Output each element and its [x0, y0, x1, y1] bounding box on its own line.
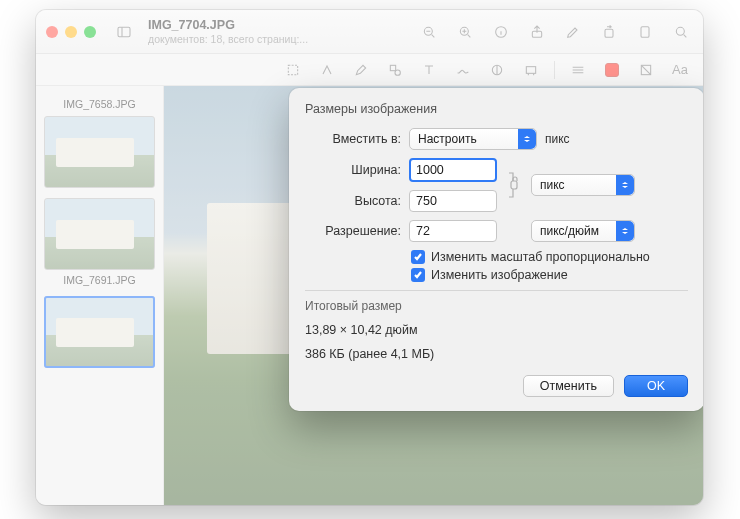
- scale-proportionally-checkbox[interactable]: [411, 250, 425, 264]
- share-button[interactable]: [525, 20, 549, 44]
- thumbnail-item[interactable]: IMG_7658.JPG: [44, 98, 155, 188]
- scale-proportionally-label: Изменить масштаб пропорционально: [431, 250, 650, 264]
- svg-rect-14: [511, 181, 517, 189]
- height-input[interactable]: [409, 190, 497, 212]
- window-controls: [46, 26, 96, 38]
- shapes-icon[interactable]: [384, 59, 406, 81]
- titlebar: IMG_7704.JPG документов: 18, всего стран…: [36, 10, 703, 54]
- selection-tool-icon[interactable]: [282, 59, 304, 81]
- width-input[interactable]: [409, 158, 497, 182]
- resample-label: Изменить изображение: [431, 268, 568, 282]
- resolution-unit-value: пикс/дюйм: [540, 224, 599, 238]
- svg-point-7: [676, 27, 684, 35]
- text-icon[interactable]: [418, 59, 440, 81]
- svg-rect-5: [605, 29, 613, 37]
- instant-alpha-icon[interactable]: [316, 59, 338, 81]
- adjust-color-icon[interactable]: [486, 59, 508, 81]
- sidebar-toggle-button[interactable]: [112, 20, 136, 44]
- rotate-button[interactable]: [597, 20, 621, 44]
- image-size-dialog: Размеры изображения Вместить в: Настроит…: [289, 88, 703, 411]
- svg-rect-8: [288, 65, 297, 74]
- line-style-icon[interactable]: [567, 59, 589, 81]
- window-title: IMG_7704.JPG документов: 18, всего стран…: [148, 18, 308, 44]
- svg-rect-6: [641, 26, 649, 37]
- result-dimensions: 13,89 × 10,42 дюйм: [305, 323, 688, 337]
- resolution-label: Разрешение:: [305, 224, 401, 238]
- cancel-button[interactable]: Отменить: [523, 375, 614, 397]
- chevron-updown-icon: [616, 175, 634, 195]
- markup-toolbar: Aa: [36, 54, 703, 86]
- zoom-in-button[interactable]: [453, 20, 477, 44]
- svg-rect-12: [526, 66, 535, 73]
- result-filesize: 386 КБ (ранее 4,1 МБ): [305, 347, 688, 361]
- ok-button[interactable]: OK: [624, 375, 688, 397]
- markup-button[interactable]: [561, 20, 585, 44]
- crop-button[interactable]: [633, 20, 657, 44]
- thumbnail-label: IMG_7691.JPG: [44, 274, 155, 286]
- width-label: Ширина:: [305, 163, 401, 177]
- search-button[interactable]: [669, 20, 693, 44]
- subtitle-label: документов: 18, всего страниц:...: [148, 33, 308, 45]
- zoom-window-button[interactable]: [84, 26, 96, 38]
- dimension-unit-value: пикс: [540, 178, 565, 192]
- thumbnail-item[interactable]: IMG_7691.JPG: [44, 198, 155, 286]
- info-button[interactable]: [489, 20, 513, 44]
- minimize-window-button[interactable]: [65, 26, 77, 38]
- resample-checkbox[interactable]: [411, 268, 425, 282]
- fit-unit: пикс: [545, 132, 570, 146]
- resolution-unit-select[interactable]: пикс/дюйм: [531, 220, 635, 242]
- filename-label: IMG_7704.JPG: [148, 18, 308, 32]
- chevron-updown-icon: [616, 221, 634, 241]
- border-color-icon[interactable]: [601, 59, 623, 81]
- height-label: Высота:: [305, 194, 401, 208]
- pencil-icon[interactable]: [350, 59, 372, 81]
- dimension-unit-select[interactable]: пикс: [531, 174, 635, 196]
- lock-aspect-icon[interactable]: [507, 171, 521, 199]
- svg-rect-0: [118, 27, 130, 36]
- thumbnail-sidebar[interactable]: IMG_7658.JPG IMG_7691.JPG: [36, 86, 164, 505]
- text-style-icon[interactable]: Aa: [669, 59, 691, 81]
- chevron-updown-icon: [518, 129, 536, 149]
- fit-into-select[interactable]: Настроить: [409, 128, 537, 150]
- resolution-input[interactable]: [409, 220, 497, 242]
- fill-color-icon[interactable]: [635, 59, 657, 81]
- dialog-title: Размеры изображения: [305, 102, 688, 116]
- close-window-button[interactable]: [46, 26, 58, 38]
- fit-into-value: Настроить: [418, 132, 477, 146]
- result-title: Итоговый размер: [305, 299, 688, 313]
- zoom-out-button[interactable]: [417, 20, 441, 44]
- svg-rect-9: [390, 65, 395, 70]
- thumbnail-item[interactable]: [44, 296, 155, 368]
- svg-point-10: [395, 70, 400, 75]
- adjust-size-icon[interactable]: [520, 59, 542, 81]
- thumbnail-label: IMG_7658.JPG: [44, 98, 155, 110]
- sign-icon[interactable]: [452, 59, 474, 81]
- fit-into-label: Вместить в:: [305, 132, 401, 146]
